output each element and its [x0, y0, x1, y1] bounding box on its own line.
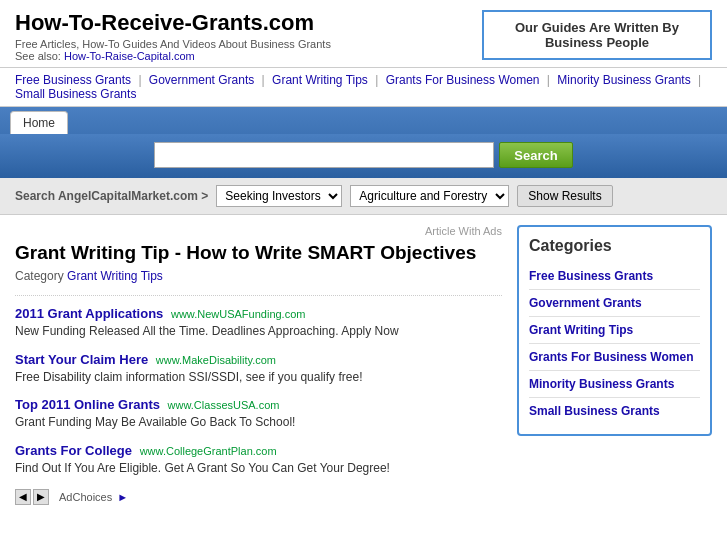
- ad-url: www.NewUSAFunding.com: [171, 308, 306, 320]
- ad-item: Top 2011 Online Grants www.ClassesUSA.co…: [15, 397, 502, 431]
- ad-title-link[interactable]: Grants For College: [15, 443, 132, 458]
- ad-url: www.ClassesUSA.com: [168, 399, 280, 411]
- ad-desc: Free Disability claim information SSI/SS…: [15, 369, 502, 386]
- tab-row: Home: [0, 107, 727, 134]
- search-row: Search: [0, 134, 727, 178]
- sidebar-link-grant-writing-tips[interactable]: Grant Writing Tips: [529, 317, 700, 344]
- main-nav: Free Business Grants | Government Grants…: [0, 67, 727, 107]
- angel-bar-label: Search AngelCapitalMarket.com >: [15, 189, 208, 203]
- ad-item: Start Your Claim Here www.MakeDisability…: [15, 352, 502, 386]
- angel-bar: Search AngelCapitalMarket.com > Seeking …: [0, 178, 727, 215]
- ad-choices-icon: ►: [117, 491, 128, 503]
- category-link[interactable]: Grant Writing Tips: [67, 269, 163, 283]
- page-header: How-To-Receive-Grants.com Free Articles,…: [0, 0, 727, 67]
- content-area: Article With Ads Grant Writing Tip - How…: [15, 225, 502, 505]
- blue-bar: Home Search: [0, 107, 727, 178]
- ad-item: Grants For College www.CollegeGrantPlan.…: [15, 443, 502, 477]
- search-input[interactable]: [154, 142, 494, 168]
- ad-url: www.CollegeGrantPlan.com: [140, 445, 277, 457]
- angel-bar-select2[interactable]: Agriculture and Forestry Technology Heal…: [350, 185, 509, 207]
- nav-arrows: ◀ ▶: [15, 489, 49, 505]
- tab-home[interactable]: Home: [10, 111, 68, 134]
- main-content: Article With Ads Grant Writing Tip - How…: [0, 215, 727, 515]
- ad-desc: New Funding Released All the Time. Deadl…: [15, 323, 502, 340]
- sidebar-link-grants-for-business-women[interactable]: Grants For Business Women: [529, 344, 700, 371]
- nav-link-grants-for-business-women[interactable]: Grants For Business Women: [386, 73, 540, 87]
- header-banner: Our Guides Are Written By Business Peopl…: [482, 10, 712, 60]
- categories-box: Categories Free Business Grants Governme…: [517, 225, 712, 436]
- ad-desc: Grant Funding May Be Available Go Back T…: [15, 414, 502, 431]
- prev-arrow-button[interactable]: ◀: [15, 489, 31, 505]
- categories-title: Categories: [529, 237, 700, 255]
- show-results-button[interactable]: Show Results: [517, 185, 612, 207]
- see-also-link[interactable]: How-To-Raise-Capital.com: [64, 50, 195, 62]
- article-category: Category Grant Writing Tips: [15, 269, 502, 283]
- article-divider: [15, 295, 502, 296]
- article-title: Grant Writing Tip - How to Write SMART O…: [15, 242, 502, 265]
- sidebar-link-small-business-grants[interactable]: Small Business Grants: [529, 398, 700, 424]
- category-label: Category: [15, 269, 64, 283]
- article-label: Article With Ads: [15, 225, 502, 237]
- search-button[interactable]: Search: [499, 142, 572, 168]
- ad-desc: Find Out If You Are Eligible. Get A Gran…: [15, 460, 502, 477]
- next-arrow-button[interactable]: ▶: [33, 489, 49, 505]
- ad-url: www.MakeDisability.com: [156, 354, 276, 366]
- nav-link-government-grants[interactable]: Government Grants: [149, 73, 254, 87]
- angel-bar-select1[interactable]: Seeking Investors Seeking Capital Other: [216, 185, 342, 207]
- sidebar-link-minority-business-grants[interactable]: Minority Business Grants: [529, 371, 700, 398]
- tagline-text: Free Articles, How-To Guides And Videos …: [15, 38, 331, 50]
- ad-item: 2011 Grant Applications www.NewUSAFundin…: [15, 306, 502, 340]
- nav-link-free-business-grants[interactable]: Free Business Grants: [15, 73, 131, 87]
- ad-choices-bar: ◀ ▶ AdChoices ►: [15, 489, 502, 505]
- sidebar: Categories Free Business Grants Governme…: [517, 225, 712, 505]
- nav-link-grant-writing-tips[interactable]: Grant Writing Tips: [272, 73, 368, 87]
- site-title: How-To-Receive-Grants.com: [15, 10, 331, 36]
- sidebar-link-free-business-grants[interactable]: Free Business Grants: [529, 263, 700, 290]
- see-also-label: See also:: [15, 50, 61, 62]
- ad-title-link[interactable]: Top 2011 Online Grants: [15, 397, 160, 412]
- ad-title-link[interactable]: 2011 Grant Applications: [15, 306, 163, 321]
- nav-link-small-business-grants[interactable]: Small Business Grants: [15, 87, 136, 101]
- sidebar-link-government-grants[interactable]: Government Grants: [529, 290, 700, 317]
- site-tagline: Free Articles, How-To Guides And Videos …: [15, 38, 331, 62]
- nav-link-minority-business-grants[interactable]: Minority Business Grants: [557, 73, 690, 87]
- ad-title-link[interactable]: Start Your Claim Here: [15, 352, 148, 367]
- ad-choices-label: AdChoices: [59, 491, 112, 503]
